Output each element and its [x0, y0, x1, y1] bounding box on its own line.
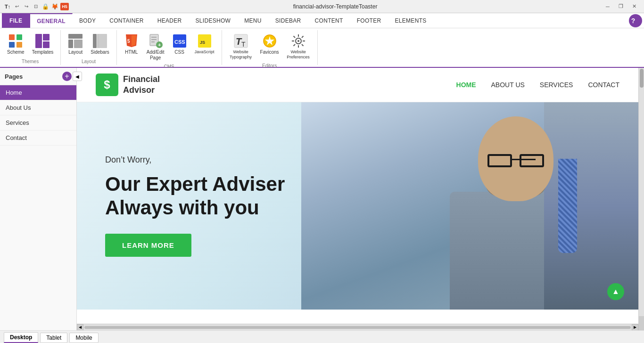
site-header: $ Financial Advisor HOME ABOUT US SERVIC… [77, 68, 638, 102]
themes-buttons: Scheme Templates [4, 31, 57, 58]
minimize-button[interactable]: ─ [602, 2, 614, 11]
scheme-icon [8, 33, 23, 49]
sidebar-item-services[interactable]: Services [0, 115, 76, 131]
help-button[interactable]: ? [629, 14, 642, 27]
themes-group-label: Themes [22, 59, 39, 64]
svg-text:T: T [241, 41, 246, 48]
tab-footer[interactable]: FOOTER [350, 13, 388, 28]
addedit-icon: + [148, 33, 163, 49]
tab-header[interactable]: HEADER [151, 13, 189, 28]
sidebar-title: Pages [5, 73, 23, 80]
sidebars-label: Sidebars [91, 49, 109, 55]
svg-line-37 [293, 36, 295, 38]
preferences-button[interactable]: Website Preferences [283, 31, 314, 62]
css-icon: CSS [172, 33, 187, 49]
tab-elements[interactable]: ELEMENTS [388, 13, 433, 28]
svg-rect-5 [43, 34, 50, 41]
layout-group-label: Layout [82, 59, 96, 64]
tab-file[interactable]: FILE [2, 13, 30, 28]
person-figure-2 [544, 102, 638, 310]
hero-image-bg [301, 102, 638, 310]
editors-buttons: T T Website Typography Favicons [226, 31, 314, 62]
person-body-2 [544, 102, 638, 310]
editors-group-label: Editors [262, 63, 277, 68]
browser-icon[interactable]: 🦊 [51, 3, 58, 10]
add-page-button[interactable]: + [62, 72, 72, 81]
tab-general[interactable]: GENERAL [30, 13, 73, 28]
ribbon-group-layout: Layout Sidebars Layout [61, 30, 116, 65]
sidebar-header: Pages + [0, 68, 76, 85]
svg-line-39 [302, 36, 304, 38]
svg-text:5: 5 [127, 39, 130, 44]
templates-button[interactable]: Templates [29, 31, 57, 57]
svg-text:JS: JS [200, 40, 205, 45]
favicons-button[interactable]: Favicons [257, 31, 282, 57]
ribbon-group-cms: 5 HTML + [117, 30, 222, 65]
horizontal-scrollbar[interactable]: ◀ ▶ [77, 324, 638, 330]
ribbon-tabs: FILE GENERAL BODY CONTAINER HEADER SLIDE… [0, 13, 644, 28]
svg-rect-7 [68, 34, 83, 39]
addedit-button[interactable]: + Add/EditPage [143, 31, 168, 63]
templates-label: Templates [32, 49, 54, 55]
tab-body[interactable]: BODY [73, 13, 103, 28]
tab-sidebar[interactable]: SIDEBAR [269, 13, 308, 28]
sidebar-item-home[interactable]: Home [0, 85, 76, 100]
undo-icon[interactable]: ↩ [13, 3, 21, 10]
layout-button[interactable]: Layout [65, 31, 86, 57]
nav-contact[interactable]: CONTACT [588, 81, 619, 89]
typography-label: Website Typography [229, 49, 253, 60]
favicons-label: Favicons [260, 49, 279, 55]
html5-icon[interactable]: H5 [60, 3, 69, 10]
window-title: financial-advisor-TemplateToaster [69, 3, 602, 10]
scroll-up-button[interactable]: ▲ [607, 283, 624, 300]
glass-bridge [511, 159, 536, 160]
tab-container[interactable]: CONTAINER [103, 13, 150, 28]
save-icon[interactable]: ⊡ [32, 3, 40, 10]
nav-about[interactable]: ABOUT US [491, 81, 525, 89]
js-button[interactable]: JS JavaScript [191, 31, 218, 57]
scroll-thumb-vertical[interactable] [640, 69, 644, 88]
typography-button[interactable]: T T Website Typography [226, 31, 256, 62]
tab-slideshow[interactable]: SLIDESHOW [189, 13, 238, 28]
view-desktop-button[interactable]: Desktop [4, 332, 38, 343]
html-button[interactable]: 5 HTML [121, 31, 142, 57]
close-button[interactable]: ✕ [628, 2, 640, 11]
ribbon-group-editors: T T Website Typography Favicons [222, 30, 318, 65]
glass-right [520, 154, 544, 167]
nav-home[interactable]: HOME [456, 81, 476, 89]
hero-subtitle: Don’t Worry, [105, 155, 285, 165]
logo-icon: $ [96, 74, 118, 96]
sidebar-item-contact[interactable]: Contact [0, 131, 76, 146]
svg-text:+: + [158, 42, 161, 48]
preview-wrapper: $ Financial Advisor HOME ABOUT US SERVIC… [77, 68, 638, 324]
person-tie [558, 159, 577, 253]
hero-content: Don’t Worry, Our Expert Adviser Always w… [77, 155, 313, 257]
scroll-left-arrow[interactable]: ◀ [77, 324, 83, 331]
site-logo: $ Financial Advisor [96, 74, 160, 96]
sidebars-button[interactable]: Sidebars [87, 31, 112, 57]
svg-line-40 [293, 44, 295, 46]
window-controls[interactable]: ─ ❐ ✕ [602, 2, 640, 11]
scroll-right-arrow[interactable]: ▶ [632, 324, 638, 331]
scheme-button[interactable]: Scheme [4, 31, 28, 57]
svg-rect-2 [9, 42, 15, 48]
svg-rect-10 [93, 34, 97, 48]
js-icon: JS [197, 33, 212, 49]
sidebar-item-about[interactable]: About Us [0, 100, 76, 115]
nav-services[interactable]: SERVICES [540, 81, 573, 89]
svg-text:CSS: CSS [174, 39, 185, 45]
hero-cta-button[interactable]: LEARN MORE [105, 234, 191, 257]
svg-rect-4 [35, 34, 42, 48]
ribbon-group-themes: Scheme Templates Themes [0, 30, 61, 65]
tab-content[interactable]: CONTENT [308, 13, 350, 28]
restore-button[interactable]: ❐ [615, 2, 627, 11]
collapse-sidebar-button[interactable]: ◀ [73, 72, 82, 81]
tab-menu[interactable]: MENU [238, 13, 269, 28]
lock-icon[interactable]: 🔒 [41, 3, 49, 10]
templates-icon [35, 33, 50, 49]
css-button[interactable]: CSS CSS [169, 31, 190, 57]
vertical-scrollbar[interactable] [638, 68, 644, 316]
view-tablet-button[interactable]: Tablet [40, 333, 67, 343]
redo-icon[interactable]: ↪ [23, 3, 30, 10]
view-mobile-button[interactable]: Mobile [69, 333, 98, 343]
